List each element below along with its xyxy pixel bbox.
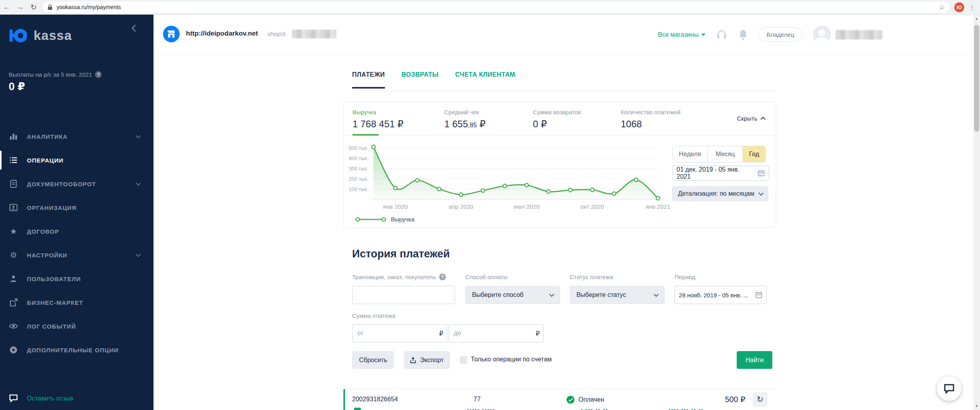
payment-amount: 500 ₽ — [710, 395, 745, 404]
yookassa-dashboard: ← → ↻ yookassa.ru/my/payments ☆ Ю ⋮ kass… — [0, 0, 980, 410]
payment-row-partial[interactable]: ••••• ••••• • ••• •• •• •••• ••• •• •• — [343, 407, 776, 410]
browser-menu-icon[interactable]: ⋮ — [969, 4, 975, 11]
tab-payments[interactable]: ПЛАТЕЖИ — [352, 71, 385, 89]
sidebar-item-documents[interactable]: ДОКУМЕНТООБОРОТ — [0, 172, 154, 196]
sidebar-item-analytics[interactable]: АНАЛИТИКА — [0, 125, 154, 148]
masked-date: •••• ••• •• •• — [669, 407, 704, 410]
chevron-down-icon — [758, 191, 764, 196]
chevron-down-icon — [136, 181, 141, 186]
lock-icon — [47, 4, 53, 10]
refund-button[interactable]: ↺ — [753, 392, 768, 406]
stat-refunds: Сумма возвратов 0 ₽ — [533, 109, 581, 130]
notifications-bell-icon[interactable] — [738, 29, 748, 41]
stats-row: Выручка 1 768 451 ₽ Средний чек 1 655,85… — [344, 102, 776, 136]
browser-profile-avatar[interactable]: Ю — [954, 2, 964, 12]
svg-text:апр 2020: апр 2020 — [449, 203, 473, 210]
reload-icon[interactable]: ↻ — [27, 3, 40, 12]
user-avatar[interactable] — [813, 26, 831, 44]
chevron-down-icon — [136, 252, 141, 257]
svg-text:500 тыс.: 500 тыс. — [349, 145, 369, 151]
week-button[interactable]: Неделя — [673, 146, 708, 162]
sidebar-item-settings[interactable]: ⚙ НАСТРОЙКИ — [0, 243, 154, 267]
refund-icon: ↺ — [757, 395, 764, 404]
payment-method-icon — [354, 408, 361, 410]
leave-feedback-link[interactable]: Оставить отзыв — [9, 394, 73, 403]
payment-status: Оплачен — [567, 396, 604, 404]
svg-text:100 тыс.: 100 тыс. — [349, 186, 369, 192]
check-circle-icon — [567, 396, 574, 404]
status-select[interactable]: Выберите статус — [570, 286, 665, 304]
yookassa-logo-icon — [9, 28, 27, 43]
detail-dropdown[interactable]: Детализация: по месяцам — [672, 186, 768, 201]
caret-down-icon — [701, 34, 705, 36]
speech-bubble-icon — [9, 394, 18, 403]
help-icon[interactable]: ? — [439, 274, 446, 280]
back-icon[interactable]: ← — [0, 3, 13, 11]
shop-url: http://ideipodarkov.net — [186, 30, 258, 38]
scrollbar-thumb[interactable] — [974, 25, 979, 132]
svg-text:июл 2020: июл 2020 — [514, 203, 540, 210]
page-scrollbar[interactable]: ▲ ▼ — [973, 15, 980, 410]
payment-order: 77 — [474, 396, 481, 403]
logo-text: kassa — [34, 28, 72, 43]
sidebar-item-users[interactable]: ПОЛЬЗОВАТЕЛИ — [0, 267, 154, 291]
shop-id-label: shopId — [267, 30, 285, 37]
sidebar-item-operations[interactable]: ОПЕРАЦИИ — [0, 148, 154, 172]
chart-date-range-input[interactable]: 01 дек. 2019 - 05 янв. 2021 — [672, 166, 769, 181]
section-tabs: ПЛАТЕЖИ ВОЗВРАТЫ СЧЕТА КЛИЕНТАМ — [352, 71, 515, 89]
legend-label: Выручка — [391, 216, 415, 223]
month-button[interactable]: Месяц — [708, 146, 743, 162]
payout-value: 0 ₽ — [9, 80, 25, 93]
sidebar-item-contract[interactable]: ★ ДОГОВОР — [0, 219, 154, 243]
header-actions: Все магазины Владелец — [658, 15, 882, 55]
export-icon — [410, 357, 416, 364]
masked-status: • ••• •• •• — [581, 407, 608, 410]
amount-to-input[interactable] — [454, 330, 536, 337]
bookmark-star-icon[interactable]: ☆ — [939, 3, 945, 11]
chevron-up-icon — [760, 117, 766, 122]
scroll-up-icon[interactable]: ▲ — [973, 17, 980, 21]
amount-from-input[interactable] — [357, 330, 439, 337]
export-button[interactable]: Экспорт — [404, 351, 450, 369]
search-filter-label: Транзакция, заказ, покупатель ? — [352, 274, 446, 280]
list-icon — [9, 155, 18, 165]
sidebar-item-options[interactable]: ДОПОЛНИТЕЛЬНЫЕ ОПЦИИ — [0, 338, 154, 362]
stat-count: Количество платежей 1068 — [621, 109, 681, 130]
sidebar-item-organization[interactable]: ОРГАНИЗАЦИЯ — [0, 196, 154, 219]
help-icon[interactable]: ? — [95, 71, 102, 78]
hide-stats-link[interactable]: Скрыть — [737, 115, 765, 122]
tab-invoices[interactable]: СЧЕТА КЛИЕНТАМ — [455, 71, 516, 89]
period-segmented-control: Неделя Месяц Год — [672, 146, 766, 162]
payment-id: 2002931826654 — [352, 396, 398, 403]
forward-icon[interactable]: → — [13, 3, 27, 11]
user-name-censored — [836, 30, 882, 40]
chart-legend: Выручка — [354, 216, 415, 223]
year-button[interactable]: Год — [743, 146, 765, 162]
sidebar-item-eventlog[interactable]: ЛОГ СОБЫТИЙ — [0, 314, 154, 338]
status-filter-label: Статус платежа — [570, 274, 613, 280]
search-input[interactable] — [352, 286, 455, 304]
svg-text:янв 2021: янв 2021 — [646, 203, 670, 210]
yookassa-logo[interactable]: kassa — [9, 28, 72, 43]
tab-refunds[interactable]: ВОЗВРАТЫ — [402, 71, 439, 89]
method-select[interactable]: Выберите способ — [465, 286, 560, 304]
invoices-only-checkbox[interactable] — [460, 356, 467, 364]
stat-revenue: Выручка 1 768 451 ₽ — [353, 109, 404, 130]
period-input[interactable]: 28 нояб. 2019 - 05 янв. ... — [675, 286, 767, 304]
document-icon — [9, 179, 18, 189]
chat-widget-button[interactable] — [937, 376, 961, 401]
sidebar-collapse-icon[interactable] — [131, 25, 138, 32]
sidebar-item-market[interactable]: БИЗНЕС-МАРКЕТ — [0, 291, 154, 314]
user-icon — [9, 274, 18, 283]
reset-button[interactable]: Сбросить — [352, 351, 394, 369]
address-bar[interactable]: yookassa.ru/my/payments ☆ — [43, 2, 950, 13]
all-shops-dropdown[interactable]: Все магазины — [658, 31, 705, 38]
scroll-down-icon[interactable]: ▼ — [973, 404, 980, 408]
calendar-icon — [755, 291, 762, 299]
legend-line-icon — [354, 217, 387, 222]
shop-avatar — [163, 26, 180, 42]
browser-toolbar: ← → ↻ yookassa.ru/my/payments ☆ Ю ⋮ — [0, 0, 980, 15]
search-submit-button[interactable]: Найти — [737, 351, 772, 369]
support-headset-icon[interactable] — [716, 29, 728, 41]
page-header: http://ideipodarkov.net shopId Все магаз… — [154, 15, 973, 55]
